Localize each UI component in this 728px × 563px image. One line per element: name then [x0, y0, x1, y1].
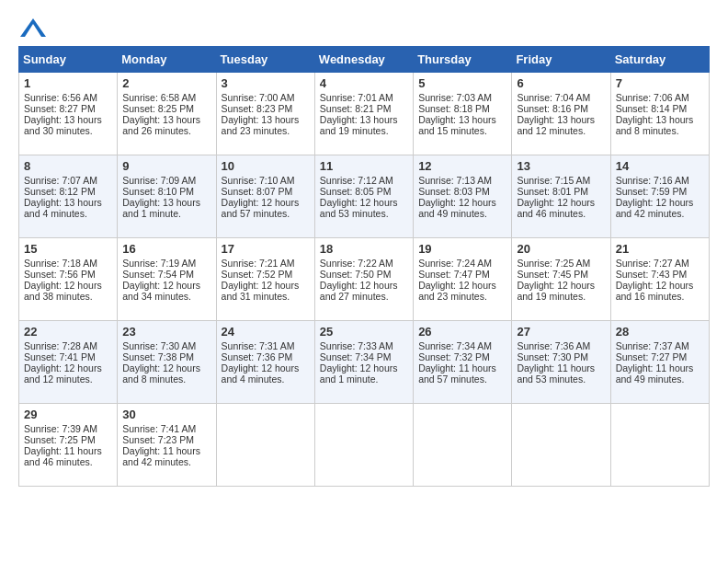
day-info-line: and 42 minutes. — [616, 208, 704, 219]
weekday-header: Wednesday — [314, 47, 413, 73]
day-number: 12 — [418, 159, 506, 173]
day-number: 16 — [122, 242, 210, 256]
day-info-line: Daylight: 11 hours — [24, 445, 112, 456]
day-info-line: Daylight: 12 hours — [122, 362, 210, 373]
day-info-line: and 27 minutes. — [320, 291, 408, 302]
weekday-header: Sunday — [19, 47, 118, 73]
day-number: 18 — [320, 242, 408, 256]
day-info-line: Sunrise: 7:03 AM — [418, 92, 506, 103]
calendar-cell: 4Sunrise: 7:01 AMSunset: 8:21 PMDaylight… — [314, 73, 413, 155]
day-info-line: and 16 minutes. — [616, 291, 704, 302]
day-number: 17 — [222, 242, 310, 256]
day-number: 9 — [122, 159, 210, 173]
day-info-line: Sunrise: 7:31 AM — [222, 340, 310, 351]
day-info-line: Daylight: 13 hours — [222, 114, 310, 125]
calendar-cell: 17Sunrise: 7:21 AMSunset: 7:52 PMDayligh… — [216, 238, 314, 321]
day-info-line: Sunset: 8:23 PM — [222, 103, 310, 114]
day-info-line: and 46 minutes. — [517, 208, 605, 219]
day-info-line: Sunrise: 6:58 AM — [122, 92, 210, 103]
day-number: 4 — [320, 76, 408, 90]
day-info-line: Daylight: 13 hours — [24, 114, 112, 125]
day-info-line: Sunset: 7:52 PM — [222, 269, 310, 280]
day-info-line: and 49 minutes. — [418, 208, 506, 219]
day-info-line: Sunrise: 7:15 AM — [517, 175, 605, 186]
day-number: 20 — [517, 242, 605, 256]
day-info-line: and 31 minutes. — [222, 291, 310, 302]
day-number: 8 — [24, 159, 112, 173]
header-row: SundayMondayTuesdayWednesdayThursdayFrid… — [19, 47, 710, 73]
weekday-header: Thursday — [414, 47, 512, 73]
calendar-week-row: 1Sunrise: 6:56 AMSunset: 8:27 PMDaylight… — [19, 73, 710, 155]
day-info-line: Sunrise: 6:56 AM — [24, 92, 112, 103]
calendar-cell: 20Sunrise: 7:25 AMSunset: 7:45 PMDayligh… — [512, 238, 610, 321]
day-info-line: Sunrise: 7:21 AM — [222, 258, 310, 269]
day-info-line: Daylight: 13 hours — [24, 197, 112, 208]
day-info-line: Sunrise: 7:37 AM — [616, 340, 704, 351]
day-number: 10 — [222, 159, 310, 173]
day-info-line: and 57 minutes. — [222, 208, 310, 219]
day-info-line: and 34 minutes. — [122, 291, 210, 302]
calendar-cell: 12Sunrise: 7:13 AMSunset: 8:03 PMDayligh… — [414, 155, 512, 238]
day-info-line: Daylight: 12 hours — [616, 280, 704, 291]
day-number: 27 — [517, 325, 605, 339]
calendar-cell: 1Sunrise: 6:56 AMSunset: 8:27 PMDaylight… — [19, 73, 118, 155]
weekday-header: Monday — [118, 47, 216, 73]
day-info-line: Sunset: 7:36 PM — [222, 351, 310, 362]
calendar-cell — [216, 404, 314, 487]
day-info-line: Daylight: 13 hours — [320, 114, 408, 125]
day-info-line: Sunrise: 7:34 AM — [418, 340, 506, 351]
calendar-cell: 11Sunrise: 7:12 AMSunset: 8:05 PMDayligh… — [314, 155, 413, 238]
calendar-week-row: 15Sunrise: 7:18 AMSunset: 7:56 PMDayligh… — [19, 238, 710, 321]
calendar-cell: 22Sunrise: 7:28 AMSunset: 7:41 PMDayligh… — [19, 321, 118, 404]
day-info-line: Sunrise: 7:28 AM — [24, 340, 112, 351]
day-info-line: Daylight: 13 hours — [122, 114, 210, 125]
calendar-cell: 29Sunrise: 7:39 AMSunset: 7:25 PMDayligh… — [19, 404, 118, 487]
logo — [18, 18, 48, 37]
day-info-line: Sunset: 7:25 PM — [24, 434, 112, 445]
day-info-line: Sunrise: 7:24 AM — [418, 258, 506, 269]
day-info-line: Daylight: 12 hours — [517, 197, 605, 208]
calendar-cell: 7Sunrise: 7:06 AMSunset: 8:14 PMDaylight… — [610, 73, 709, 155]
day-info-line: Sunset: 7:32 PM — [418, 351, 506, 362]
day-info-line: Sunset: 8:25 PM — [122, 103, 210, 114]
day-info-line: Daylight: 12 hours — [222, 197, 310, 208]
day-info-line: Sunrise: 7:39 AM — [24, 423, 112, 434]
day-info-line: Sunset: 7:50 PM — [320, 269, 408, 280]
day-info-line: Daylight: 12 hours — [222, 362, 310, 373]
day-info-line: and 8 minutes. — [616, 125, 704, 136]
day-info-line: Daylight: 12 hours — [616, 197, 704, 208]
page-header — [18, 18, 710, 37]
day-info-line: Sunrise: 7:04 AM — [517, 92, 605, 103]
calendar-cell: 16Sunrise: 7:19 AMSunset: 7:54 PMDayligh… — [118, 238, 216, 321]
calendar-cell — [314, 404, 413, 487]
day-info-line: Sunset: 7:43 PM — [616, 269, 704, 280]
day-info-line: Sunset: 8:27 PM — [24, 103, 112, 114]
day-info-line: Sunrise: 7:36 AM — [517, 340, 605, 351]
day-info-line: Sunrise: 7:16 AM — [616, 175, 704, 186]
day-info-line: Sunrise: 7:25 AM — [517, 258, 605, 269]
day-info-line: Daylight: 13 hours — [616, 114, 704, 125]
day-info-line: Sunset: 7:41 PM — [24, 351, 112, 362]
day-info-line: and 12 minutes. — [517, 125, 605, 136]
day-info-line: and 53 minutes. — [320, 208, 408, 219]
calendar-cell: 26Sunrise: 7:34 AMSunset: 7:32 PMDayligh… — [414, 321, 512, 404]
day-number: 21 — [616, 242, 704, 256]
day-info-line: and 49 minutes. — [616, 373, 704, 385]
day-number: 24 — [222, 325, 310, 339]
day-info-line: and 8 minutes. — [122, 373, 210, 385]
weekday-header: Friday — [512, 47, 610, 73]
day-info-line: Sunrise: 7:41 AM — [122, 423, 210, 434]
day-info-line: Daylight: 11 hours — [517, 362, 605, 373]
day-number: 11 — [320, 159, 408, 173]
day-number: 5 — [418, 76, 506, 90]
day-number: 29 — [24, 408, 112, 421]
day-info-line: and 4 minutes. — [24, 208, 112, 219]
day-number: 28 — [616, 325, 704, 339]
day-number: 14 — [616, 159, 704, 173]
day-info-line: Sunset: 8:01 PM — [517, 186, 605, 197]
day-info-line: Sunset: 7:27 PM — [616, 351, 704, 362]
weekday-header: Tuesday — [216, 47, 314, 73]
calendar-cell: 15Sunrise: 7:18 AMSunset: 7:56 PMDayligh… — [19, 238, 118, 321]
day-info-line: Daylight: 13 hours — [418, 114, 506, 125]
day-info-line: Daylight: 13 hours — [517, 114, 605, 125]
